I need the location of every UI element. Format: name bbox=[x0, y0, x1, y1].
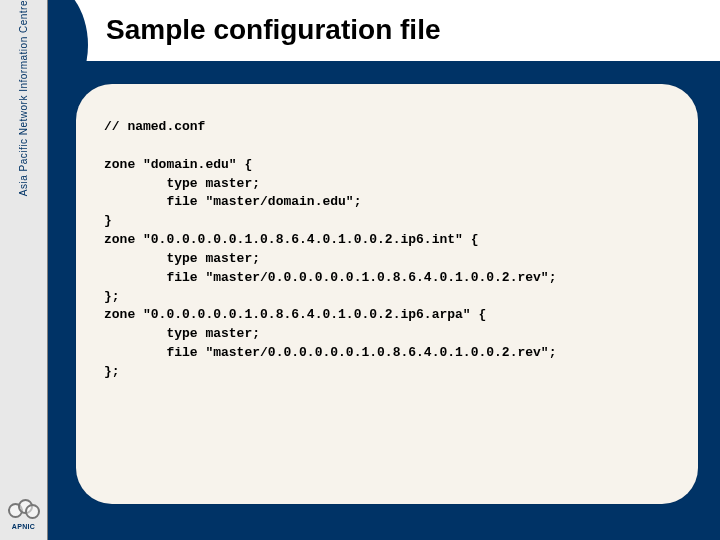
title-bar: Sample configuration file bbox=[48, 0, 720, 64]
code-line: // named.conf bbox=[104, 119, 205, 134]
sidebar-org-text: Asia Pacific Network Information Centre bbox=[18, 0, 29, 236]
code-line: zone "0.0.0.0.0.0.1.0.8.6.4.0.1.0.0.2.ip… bbox=[104, 307, 486, 322]
code-line: zone "0.0.0.0.0.0.1.0.8.6.4.0.1.0.0.2.ip… bbox=[104, 232, 478, 247]
apnic-logo: APNIC bbox=[4, 499, 44, 540]
code-line: file "master/0.0.0.0.0.0.1.0.8.6.4.0.1.0… bbox=[104, 270, 556, 285]
code-line: type master; bbox=[104, 251, 260, 266]
main-area: Sample configuration file // named.conf … bbox=[48, 0, 720, 540]
code-line: }; bbox=[104, 364, 120, 379]
slide-title: Sample configuration file bbox=[106, 14, 720, 46]
code-line: } bbox=[104, 213, 112, 228]
code-line: zone "domain.edu" { bbox=[104, 157, 252, 172]
code-line: type master; bbox=[104, 176, 260, 191]
logo-text: APNIC bbox=[12, 523, 35, 530]
logo-rings-icon bbox=[8, 499, 40, 519]
code-line: file "master/domain.edu"; bbox=[104, 194, 361, 209]
sidebar: Asia Pacific Network Information Centre … bbox=[0, 0, 48, 540]
content-box: // named.conf zone "domain.edu" { type m… bbox=[76, 84, 698, 504]
code-line: }; bbox=[104, 289, 120, 304]
code-line: file "master/0.0.0.0.0.0.1.0.8.6.4.0.1.0… bbox=[104, 345, 556, 360]
content-area: // named.conf zone "domain.edu" { type m… bbox=[48, 64, 720, 540]
code-line: type master; bbox=[104, 326, 260, 341]
code-block: // named.conf zone "domain.edu" { type m… bbox=[104, 118, 670, 382]
title-notch-decoration bbox=[48, 0, 88, 64]
